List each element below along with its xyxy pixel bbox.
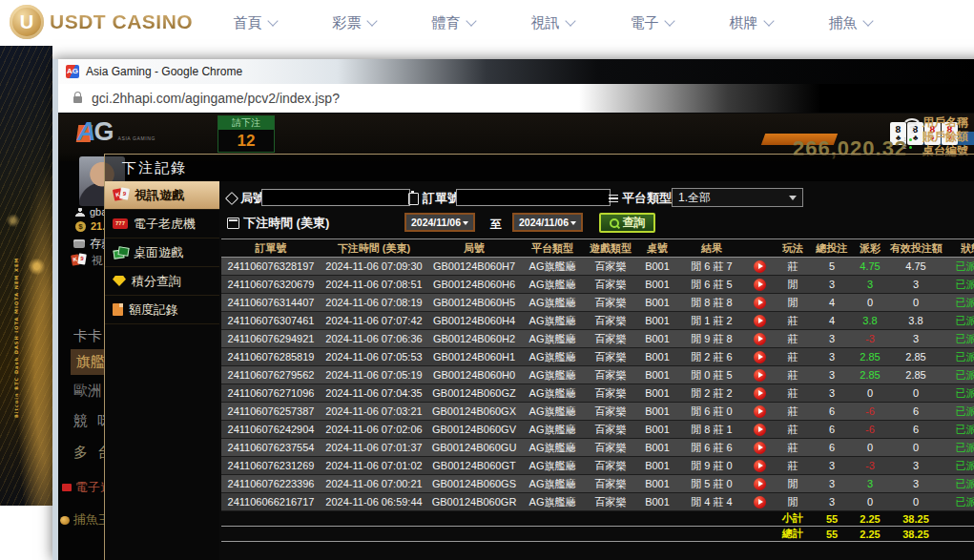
menu-item-points-query[interactable]: 積分查詢 [105, 267, 219, 296]
date-to-picker[interactable]: 2024/11/06 [512, 213, 583, 232]
signal-row: 1 [903, 135, 912, 143]
platform-select[interactable]: 1.全部 [672, 188, 803, 207]
site-logo[interactable]: U USDT CASINO [10, 5, 193, 39]
cell-status: 已派彩 [943, 294, 974, 312]
menu-item-video-games[interactable]: 視訊遊戲 [105, 181, 219, 210]
nav-item-video[interactable]: 視訊 [503, 0, 602, 46]
browser-urlbar[interactable]: gci.2hhapi.com/agingame/pcv2/index.jsp? [58, 84, 974, 114]
cell-order: 241106076237554 [221, 439, 321, 457]
chevron-down-icon [763, 15, 774, 26]
play-button[interactable] [754, 442, 766, 454]
nav-item-slots[interactable]: 電子 [602, 0, 701, 46]
cell-side: 閒 [773, 276, 813, 294]
signal-row: 2 [903, 143, 912, 151]
cell-status: 已派彩 [943, 330, 974, 348]
cell-payout: 0 [851, 384, 889, 403]
play-button[interactable] [754, 297, 766, 309]
play-button[interactable] [754, 260, 766, 273]
nav-item-label: 捕魚 [829, 14, 858, 32]
cell-table: B001 [637, 348, 677, 366]
cell-platform: AG旗艦廳 [521, 384, 584, 403]
cell-result: 閒 6 莊 0 [677, 403, 746, 421]
cards-icon [113, 188, 129, 202]
bet-prompt: 請下注 [218, 116, 274, 130]
menu-item-table-games[interactable]: 桌面遊戲 [105, 239, 219, 267]
cell-platform: AG旗艦廳 [521, 294, 584, 312]
cell-result: 閒 9 莊 0 [677, 457, 746, 475]
chevron-down-icon [862, 15, 873, 26]
nav-item-lottery[interactable]: 彩票 [304, 0, 404, 46]
search-button-label: 查詢 [623, 215, 646, 231]
video-tab-row[interactable]: 視 [72, 253, 103, 269]
menu-item-quota-records[interactable]: 額度記錄 [105, 296, 219, 324]
cell-time: 2024-11-06 07:00:21 [321, 475, 427, 493]
play-button[interactable] [754, 478, 766, 490]
tag-icon [225, 192, 238, 205]
chevron-down-icon [466, 15, 476, 26]
nav-item-sports[interactable]: 體育 [404, 0, 503, 46]
cell-status: 已派彩 [943, 348, 974, 366]
cell-play [746, 366, 773, 384]
cell-bet: 3 [813, 493, 851, 511]
cell-side: 莊 [773, 312, 813, 330]
bet-records-dialog: 下注記錄 視訊遊戲電子老虎機桌面遊戲積分查詢額度記錄 局號 訂單號 [104, 154, 974, 560]
menu-item-slot-machines[interactable]: 電子老虎機 [105, 210, 219, 239]
slot-icon [113, 218, 128, 229]
signal-rows: 12 [903, 135, 912, 151]
cell-platform: AG旗艦廳 [521, 348, 584, 366]
nav-item-fishing[interactable]: 捕魚 [800, 0, 900, 46]
ag-favicon: AG [66, 65, 79, 78]
summary-payout: 2.25 [851, 527, 889, 542]
cell-play [746, 439, 773, 457]
nav-item-label: 體育 [432, 14, 461, 32]
play-button[interactable] [754, 279, 766, 291]
menu-item-label: 電子老虎機 [134, 216, 196, 233]
cell-bet: 3 [813, 276, 851, 294]
cell-time: 2024-11-06 07:04:35 [321, 384, 427, 403]
table-row: 2411060763206792024-11-06 07:08:51GB0012… [221, 276, 974, 294]
cell-payout: 3 [851, 276, 889, 294]
lobby-item[interactable]: 卡卡 [73, 327, 102, 345]
play-button[interactable] [754, 315, 766, 327]
cell-payout: 2.85 [851, 366, 889, 384]
search-button[interactable]: 查詢 [599, 213, 655, 233]
cell-platform: AG旗艦廳 [521, 421, 584, 439]
cell-order: 241106076271096 [221, 384, 321, 403]
summary-payout: 2.25 [851, 511, 889, 527]
chevron-down-icon [267, 15, 278, 26]
cell-payout: 3.8 [851, 312, 889, 330]
cell-platform: AG旗艦廳 [521, 439, 584, 457]
chips-icon [113, 246, 128, 259]
cell-side: 閒 [773, 493, 813, 511]
round-input[interactable] [261, 189, 410, 206]
cell-result: 閒 4 莊 4 [677, 493, 746, 511]
play-button[interactable] [754, 333, 766, 345]
url-text[interactable]: gci.2hhapi.com/agingame/pcv2/index.jsp? [92, 91, 340, 106]
cell-bet: 6 [813, 403, 851, 421]
cell-status: 已派彩 [943, 384, 974, 403]
play-button[interactable] [754, 460, 766, 472]
order-input[interactable] [456, 189, 611, 206]
browser-titlebar[interactable]: AG Asia Gaming - Google Chrome [58, 59, 974, 84]
background-artwork: Bitcoin BTC Dash DASH IOTA MIOTA NEM XEM [0, 46, 52, 506]
play-button[interactable] [754, 387, 766, 400]
lobby-item[interactable]: 歐洲 [73, 382, 102, 400]
nav-item-board-games[interactable]: 棋牌 [701, 0, 800, 46]
cell-bet: 3 [813, 348, 851, 366]
session-info: 用戶名稱賬戶餘額桌台編號 [922, 115, 974, 158]
cell-round: GB00124B060GT [427, 457, 521, 475]
dialog-titlebar: 下注記錄 [105, 155, 974, 181]
platform-select-value: 1.全部 [678, 191, 711, 204]
menu-item-label: 視訊遊戲 [135, 187, 184, 204]
summary-bet: 55 [813, 511, 851, 527]
status-dot [909, 146, 912, 149]
play-button[interactable] [754, 369, 766, 382]
play-button[interactable] [754, 351, 766, 363]
nav-item-home[interactable]: 首頁 [205, 0, 304, 46]
play-button[interactable] [754, 405, 766, 418]
cell-result: 閒 5 莊 0 [677, 475, 746, 493]
date-from-picker[interactable]: 2024/11/06 [404, 213, 475, 232]
play-button[interactable] [754, 424, 766, 436]
cell-table: B001 [637, 475, 677, 493]
play-button[interactable] [754, 496, 766, 508]
